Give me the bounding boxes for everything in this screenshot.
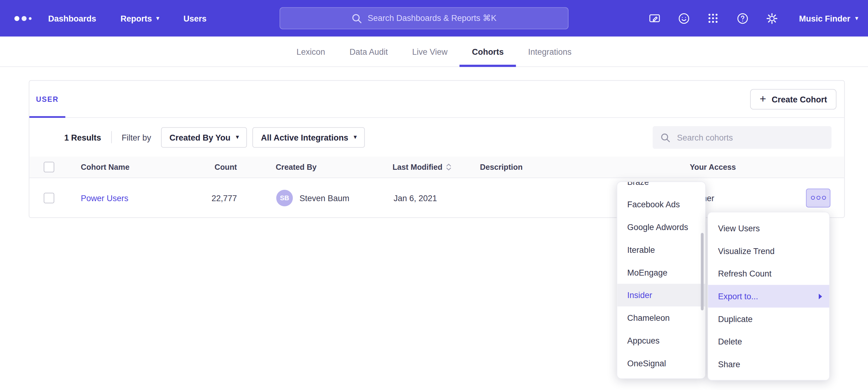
row-context-menu: View Users Visualize Trend Refresh Count… bbox=[707, 212, 830, 381]
send-feedback-icon[interactable] bbox=[648, 12, 661, 25]
global-search-input[interactable]: Search Dashboards & Reports ⌘K bbox=[279, 7, 568, 29]
created-by-filter-dropdown[interactable]: Created By You ▾ bbox=[161, 127, 247, 148]
chevron-down-icon: ▾ bbox=[856, 15, 858, 21]
scrollbar-thumb[interactable] bbox=[701, 233, 704, 310]
ellipsis-dot bbox=[811, 196, 815, 200]
tab-live-view[interactable]: Live View bbox=[400, 37, 460, 66]
ellipsis-dot bbox=[816, 196, 820, 200]
menu-item-google-adwords[interactable]: Google Adwords bbox=[617, 216, 705, 238]
integrations-filter-dropdown[interactable]: All Active Integrations ▾ bbox=[253, 127, 365, 148]
tab-label: Integrations bbox=[528, 47, 571, 56]
avatar: SB bbox=[276, 190, 293, 206]
menu-item-iterable[interactable]: Iterable bbox=[617, 238, 705, 261]
table-row: Power Users 22,777 SB Steven Baum Jan 6,… bbox=[29, 178, 844, 218]
column-created-by: Created By bbox=[276, 163, 317, 172]
column-cohort-name: Cohort Name bbox=[81, 163, 130, 172]
app-window: Dashboards Reports ▾ Users Search Dashbo… bbox=[0, 0, 868, 390]
tab-label: Cohorts bbox=[472, 47, 503, 56]
export-destinations-list: Braze Facebook Ads Google Adwords Iterab… bbox=[617, 182, 705, 375]
nav-reports[interactable]: Reports ▾ bbox=[121, 13, 159, 23]
nav-users[interactable]: Users bbox=[183, 13, 207, 23]
menu-item-braze[interactable]: Braze bbox=[617, 182, 705, 193]
menu-item-insider[interactable]: Insider bbox=[617, 284, 705, 307]
tab-label: Data Audit bbox=[349, 47, 388, 56]
submenu-arrow-icon bbox=[819, 293, 822, 299]
filter-by-label: Filter by bbox=[122, 133, 151, 142]
cohort-search-input[interactable] bbox=[676, 132, 824, 143]
chevron-down-icon: ▾ bbox=[236, 134, 239, 140]
row-checkbox[interactable] bbox=[44, 193, 54, 203]
menu-item-visualize-trend[interactable]: Visualize Trend bbox=[708, 239, 829, 262]
project-name: Music Finder bbox=[799, 13, 850, 23]
menu-item-delete[interactable]: Delete bbox=[708, 330, 829, 353]
nav-reports-label: Reports bbox=[121, 13, 152, 23]
menu-item-appcues[interactable]: Appcues bbox=[617, 329, 705, 352]
menu-item-facebook-ads[interactable]: Facebook Ads bbox=[617, 193, 705, 216]
tab-integrations[interactable]: Integrations bbox=[516, 37, 584, 66]
apps-grid-icon[interactable] bbox=[707, 12, 720, 25]
global-search-placeholder: Search Dashboards & Reports ⌘K bbox=[368, 13, 496, 23]
chevron-down-icon: ▾ bbox=[156, 15, 159, 21]
menu-item-view-users[interactable]: View Users bbox=[708, 217, 829, 239]
column-last-modified[interactable]: Last Modified bbox=[393, 163, 452, 172]
logo-dot bbox=[29, 17, 32, 20]
menu-item-moengage[interactable]: MoEngage bbox=[617, 261, 705, 284]
last-modified-value: Jan 6, 2021 bbox=[394, 193, 437, 203]
sort-icon bbox=[446, 163, 452, 171]
tab-cohorts[interactable]: Cohorts bbox=[460, 37, 516, 66]
menu-item-refresh-count[interactable]: Refresh Count bbox=[708, 262, 829, 285]
select-all-checkbox[interactable] bbox=[44, 162, 54, 172]
tab-data-audit[interactable]: Data Audit bbox=[337, 37, 400, 66]
logo-dot bbox=[22, 16, 27, 21]
tab-user-cohorts[interactable]: USER bbox=[29, 81, 65, 118]
tab-user-label: USER bbox=[36, 95, 59, 103]
nav-dashboards[interactable]: Dashboards bbox=[48, 13, 96, 23]
cohort-name-link[interactable]: Power Users bbox=[81, 193, 128, 203]
divider bbox=[111, 131, 112, 143]
menu-item-export-to[interactable]: Export to... bbox=[708, 285, 829, 307]
column-count: Count bbox=[186, 163, 237, 172]
column-your-access: Your Access bbox=[690, 163, 736, 172]
menu-item-onesignal[interactable]: OneSignal bbox=[617, 352, 705, 375]
help-icon[interactable] bbox=[736, 12, 749, 25]
top-nav-right: Music Finder ▾ bbox=[648, 0, 858, 37]
tab-lexicon[interactable]: Lexicon bbox=[284, 37, 337, 66]
ellipsis-dot bbox=[822, 196, 826, 200]
active-tab-underline bbox=[460, 65, 516, 67]
cohort-count: 22,777 bbox=[186, 193, 237, 203]
created-by-filter-label: Created By You bbox=[169, 133, 230, 142]
menu-item-duplicate[interactable]: Duplicate bbox=[708, 307, 829, 330]
create-cohort-label: Create Cohort bbox=[772, 95, 827, 104]
menu-item-share[interactable]: Share bbox=[708, 353, 829, 376]
mixpanel-logo[interactable] bbox=[14, 16, 32, 21]
search-icon bbox=[660, 133, 671, 142]
tab-label: Live View bbox=[412, 47, 447, 56]
project-switcher[interactable]: Music Finder ▾ bbox=[799, 13, 858, 23]
tab-label: Lexicon bbox=[297, 47, 325, 56]
menu-item-chameleon[interactable]: Chameleon bbox=[617, 306, 705, 329]
settings-gear-icon[interactable] bbox=[765, 12, 778, 25]
search-icon bbox=[351, 13, 362, 23]
top-nav-items: Dashboards Reports ▾ Users bbox=[48, 13, 207, 23]
top-nav: Dashboards Reports ▾ Users Search Dashbo… bbox=[0, 0, 868, 37]
table-header: Cohort Name Count Created By Last Modifi… bbox=[29, 157, 844, 178]
menu-item-export-to-label: Export to... bbox=[718, 292, 758, 301]
filter-row: 1 Results Filter by Created By You ▾ All… bbox=[29, 118, 844, 157]
support-smiley-icon[interactable] bbox=[677, 12, 690, 25]
export-destinations-submenu: Braze Facebook Ads Google Adwords Iterab… bbox=[617, 182, 706, 379]
results-count: 1 Results bbox=[64, 133, 101, 142]
row-context-menu-list: View Users Visualize Trend Refresh Count… bbox=[708, 217, 829, 376]
cohort-search bbox=[653, 126, 831, 149]
column-last-modified-label: Last Modified bbox=[393, 163, 442, 172]
chevron-down-icon: ▾ bbox=[354, 134, 357, 140]
created-by-value: Steven Baum bbox=[300, 193, 349, 203]
integrations-filter-label: All Active Integrations bbox=[261, 133, 348, 142]
data-management-tabs: Lexicon Data Audit Live View Cohorts Int… bbox=[0, 37, 868, 67]
create-cohort-button[interactable]: + Create Cohort bbox=[750, 89, 837, 110]
cohorts-card-header: USER + Create Cohort bbox=[29, 81, 844, 118]
logo-dot bbox=[14, 16, 20, 21]
column-description: Description bbox=[480, 163, 523, 172]
row-actions-button[interactable] bbox=[806, 188, 831, 207]
cohorts-card: USER + Create Cohort 1 Results Filter by… bbox=[29, 80, 845, 218]
plus-icon: + bbox=[760, 92, 766, 105]
